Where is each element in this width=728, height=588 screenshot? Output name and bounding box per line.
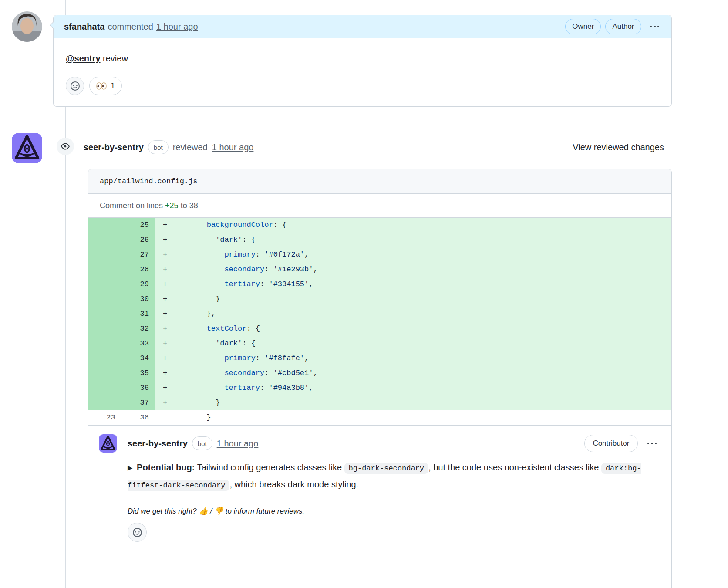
- bot-comment-body: ▶ Potential bug: Tailwind config generat…: [128, 453, 658, 542]
- add-reaction-button[interactable]: [66, 77, 84, 95]
- bot-kebab-menu-icon[interactable]: [646, 439, 659, 448]
- bot-comment-header: seer-by-sentry bot 1 hour ago Contributo…: [128, 434, 658, 453]
- bot-badge-small: bot: [192, 436, 212, 450]
- diff-line-26: 26+ 'dark': {: [88, 233, 671, 247]
- diff-line-31: 31+ },: [88, 307, 671, 321]
- smiley-icon: [71, 81, 80, 91]
- comment-header-meta: sfanahata commented 1 hour ago: [64, 22, 198, 32]
- sentry-mention-link[interactable]: @sentry: [66, 54, 101, 63]
- bot-comment-actions: Contributor: [584, 435, 658, 452]
- bot-comment-author-link[interactable]: seer-by-sentry: [128, 439, 188, 449]
- bot-comment-paragraph: ▶ Potential bug: Tailwind config generat…: [128, 460, 650, 493]
- eyes-reaction-button[interactable]: 1: [89, 77, 122, 95]
- comment-header: sfanahata commented 1 hour ago Owner Aut…: [54, 15, 671, 38]
- bot-comment-text: Tailwind config generates classes like b…: [128, 463, 641, 489]
- user-avatar[interactable]: [12, 11, 42, 42]
- owner-badge: Owner: [565, 19, 601, 34]
- comment-body: @sentry review 1: [54, 38, 671, 106]
- review-card: app/tailwind.config.js Comment on lines …: [88, 169, 672, 588]
- feedback-footnote: Did we get this right? 👍 / 👎 to inform f…: [128, 507, 658, 516]
- comment-range-row: Comment on lines +25 to 38: [88, 194, 671, 218]
- comment-text: @sentry review: [66, 52, 659, 64]
- review-eye-badge: [57, 138, 74, 155]
- bot-inline-comment: seer-by-sentry bot 1 hour ago Contributo…: [88, 425, 671, 551]
- range-added-line: +25: [165, 201, 179, 210]
- smiley-icon: [133, 528, 142, 537]
- seer-logo-image: [12, 133, 42, 163]
- disclosure-triangle-icon[interactable]: ▶: [128, 464, 133, 471]
- seer-bot-avatar[interactable]: [12, 133, 42, 163]
- review-timestamp-link[interactable]: 1 hour ago: [212, 142, 254, 152]
- review-action-text: reviewed: [173, 142, 208, 152]
- bot-add-reaction-button[interactable]: [128, 523, 147, 542]
- comment-card: sfanahata commented 1 hour ago Owner Aut…: [53, 15, 672, 107]
- user-portrait-image: [12, 11, 42, 42]
- author-badge: Author: [605, 19, 641, 34]
- diff-line-30: 30+ }: [88, 292, 671, 307]
- pr-conversation-page: sfanahata commented 1 hour ago Owner Aut…: [0, 0, 728, 588]
- review-header-meta: seer-by-sentry bot reviewed 1 hour ago: [84, 140, 253, 154]
- diff-line-27: 27+ primary: '#0f172a',: [88, 247, 671, 262]
- seer-logo-image-small: [99, 434, 117, 453]
- diff-line-25: 25+ backgroundColor: {: [88, 218, 671, 233]
- eye-icon: [61, 142, 70, 151]
- inline-code-chip: bg-dark-secondary: [344, 463, 428, 474]
- bot-badge: bot: [148, 140, 169, 154]
- view-reviewed-changes-link[interactable]: View reviewed changes: [573, 142, 664, 152]
- diff-line-28: 28+ secondary: '#1e293b',: [88, 262, 671, 277]
- diff-line-35: 35+ secondary: '#cbd5e1',: [88, 366, 671, 381]
- review-header-row: seer-by-sentry bot reviewed 1 hour ago V…: [84, 139, 671, 156]
- range-prefix: Comment on lines: [100, 201, 165, 210]
- diff-file-header: app/tailwind.config.js: [88, 169, 671, 194]
- diff-line-32: 32+ textColor: {: [88, 321, 671, 336]
- eyes-reaction-count: 1: [111, 81, 115, 91]
- diff-line-29: 29+ tertiary: '#334155',: [88, 277, 671, 292]
- diff-lines: 25+ backgroundColor: {26+ 'dark': {27+ p…: [88, 218, 671, 425]
- range-end-line: 38: [189, 201, 198, 210]
- comment-header-actions: Owner Author: [565, 19, 661, 34]
- bot-comment-meta: seer-by-sentry bot 1 hour ago: [128, 436, 258, 450]
- diff-line-36: 36+ tertiary: '#94a3b8',: [88, 381, 671, 395]
- bot-comment-timestamp-link[interactable]: 1 hour ago: [217, 439, 259, 449]
- reactions-row: 1: [66, 77, 659, 95]
- diff-line-34: 34+ primary: '#f8fafc',: [88, 351, 671, 366]
- comment-text-rest: review: [101, 54, 128, 63]
- review-author-link[interactable]: seer-by-sentry: [84, 142, 144, 152]
- range-middle: to: [179, 201, 189, 210]
- file-path: app/tailwind.config.js: [100, 177, 197, 186]
- comment-action-text: commented: [108, 22, 153, 32]
- diff-line-37: 37+ }: [88, 395, 671, 410]
- bot-comment-reactions: [128, 523, 658, 542]
- diff-line-38: 2338 }: [88, 410, 671, 425]
- eyes-emoji-icon: [96, 82, 107, 90]
- seer-bot-avatar-small[interactable]: [99, 434, 117, 453]
- diff-line-33: 33+ 'dark': {: [88, 336, 671, 351]
- contributor-badge: Contributor: [584, 435, 637, 452]
- comment-author-link[interactable]: sfanahata: [64, 22, 104, 32]
- kebab-menu-icon[interactable]: [648, 22, 661, 31]
- bot-comment-title: Potential bug:: [137, 463, 195, 472]
- comment-timestamp-link[interactable]: 1 hour ago: [156, 22, 198, 32]
